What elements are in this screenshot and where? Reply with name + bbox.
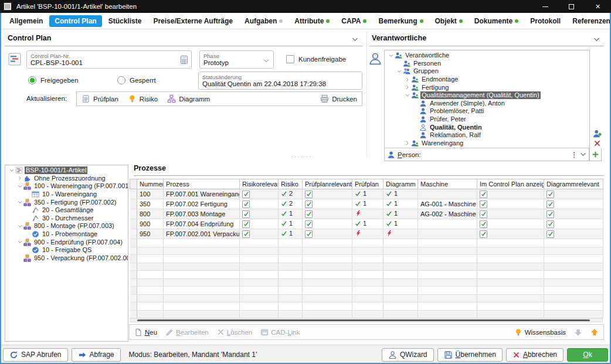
tree-item[interactable]: 30 - Durchmesser	[5, 215, 128, 223]
column-header[interactable]: Maschine	[418, 179, 477, 189]
tree-item[interactable]: Fertigung	[385, 83, 589, 91]
tree-item[interactable]: Reklamation, Ralf	[385, 131, 589, 140]
table-row[interactable]: 100FP.007.001 Wareneingang211	[130, 189, 603, 199]
freigegeben-radio[interactable]	[28, 76, 36, 84]
tab-objekt[interactable]: Objekt	[430, 15, 468, 27]
move-up-button[interactable]	[590, 328, 599, 336]
chevron-down-icon[interactable]	[8, 168, 15, 173]
column-header[interactable]: Im Control Plan anzeigen	[477, 179, 544, 189]
checked-checkbox[interactable]	[242, 200, 250, 208]
tree-item[interactable]: Personen	[385, 60, 589, 68]
column-header[interactable]: Prozess	[164, 179, 240, 189]
table-row[interactable]: 950FP.007.002.001 Verpackung1	[130, 229, 603, 239]
tree-item[interactable]: Anwender (Simple), Anton	[385, 100, 589, 108]
column-header[interactable]: Diagrammrelevant	[544, 179, 603, 189]
person-input[interactable]	[423, 151, 569, 158]
horizontal-splitter[interactable]: ·······	[291, 155, 312, 158]
person-add-button[interactable]	[589, 148, 602, 161]
tree-item[interactable]: 10 - Wareneingang	[5, 190, 128, 199]
tree-item[interactable]: Prüfer, Peter	[385, 115, 589, 124]
row-selector[interactable]	[130, 219, 137, 229]
person-more-icon[interactable]: ⋮	[571, 151, 578, 159]
checked-checkbox[interactable]	[242, 190, 250, 198]
chevron-down-icon[interactable]	[387, 53, 395, 58]
bearbeiten-button[interactable]: Bearbeiten	[165, 328, 209, 336]
move-down-button[interactable]	[574, 328, 582, 336]
checked-checkbox[interactable]	[546, 230, 554, 238]
kundenfreigabe-checkbox[interactable]	[286, 55, 294, 63]
wissensbasis-button[interactable]: Wissensbasis	[514, 328, 566, 336]
tab-bemerkung[interactable]: Bemerkung	[373, 15, 428, 27]
tree-item[interactable]: Endmontage	[385, 76, 589, 84]
checked-checkbox[interactable]	[305, 210, 313, 218]
minimize-button[interactable]	[532, 0, 558, 13]
tree-item[interactable]: 800 - Montage (FP.007.003)	[5, 222, 128, 230]
table-row[interactable]: 900FP.007.004 Endprüfung111	[130, 219, 603, 229]
tab-referenzen[interactable]: Referenzen	[567, 15, 611, 27]
chevron-down-icon[interactable]	[593, 36, 600, 43]
column-header[interactable]: Risikorelevant	[240, 179, 279, 189]
tab-allgemein[interactable]: Allgemein	[4, 15, 48, 27]
maximize-button[interactable]	[558, 0, 585, 13]
tab-protokoll[interactable]: Protokoll	[525, 15, 566, 27]
tree-item[interactable]: Wareneingang	[385, 140, 589, 148]
chevron-down-icon[interactable]	[16, 184, 23, 189]
chevron-down-icon[interactable]	[395, 69, 403, 74]
tree-item[interactable]: 20 - Gesamtlänge	[5, 206, 128, 215]
column-header[interactable]: Prüfplanrelevant	[303, 179, 352, 189]
checked-checkbox[interactable]	[242, 210, 250, 218]
chevron-down-icon[interactable]	[16, 224, 23, 229]
neu-button[interactable]: Neu	[134, 328, 157, 336]
aktualisieren-diagramm-button[interactable]: Diagramm	[167, 94, 210, 103]
checked-checkbox[interactable]	[305, 220, 313, 228]
loeschen-button[interactable]: Löschen	[217, 328, 253, 336]
tree-item[interactable]: 350 - Fertigung (FP.007.002)	[5, 198, 128, 206]
chevron-down-icon[interactable]	[16, 240, 23, 244]
chevron-down-icon[interactable]	[580, 151, 586, 158]
scrollbar-thumb[interactable]	[137, 319, 590, 321]
qwizard-button[interactable]: QWizard	[382, 348, 434, 362]
horizontal-scrollbar[interactable]	[130, 318, 603, 322]
column-header[interactable]: Nummer	[137, 179, 164, 189]
tab-capa[interactable]: CAPA	[336, 15, 372, 27]
checked-checkbox[interactable]	[480, 210, 487, 218]
drucken-button[interactable]: Drucken	[320, 94, 357, 103]
checked-checkbox[interactable]	[546, 210, 554, 218]
checked-checkbox[interactable]	[305, 230, 313, 238]
column-header[interactable]: Risiko	[279, 179, 303, 189]
checked-checkbox[interactable]	[305, 190, 313, 198]
tab-stückliste[interactable]: Stückliste	[103, 15, 147, 27]
aktualisieren-risiko-button[interactable]: Risiko	[128, 94, 158, 103]
cad-link-button[interactable]: CAD-Link	[260, 328, 300, 336]
tree-item[interactable]: 900 - Endprüfung (FP.007.004)	[5, 238, 128, 246]
row-selector[interactable]	[130, 229, 137, 239]
tree-item[interactable]: Verantwortliche	[385, 52, 589, 60]
tab-dokumente[interactable]: Dokumente	[469, 15, 524, 27]
calculator-icon[interactable]	[179, 55, 189, 64]
chevron-down-icon[interactable]	[403, 93, 411, 98]
chevron-right-icon[interactable]	[16, 176, 23, 181]
column-header[interactable]: Prüfplan	[352, 179, 383, 189]
tab-aufgaben[interactable]: Aufgaben	[239, 15, 288, 27]
person-add-icon[interactable]	[593, 129, 602, 138]
table-row[interactable]: 350FP.007.002 Fertigung211AG-001 - Masch…	[130, 199, 603, 209]
tab-preise-externe-aufträge[interactable]: Preise/Externe Aufträge	[148, 15, 238, 27]
checked-checkbox[interactable]	[305, 200, 313, 208]
x-red-icon[interactable]	[593, 140, 601, 147]
tree-item[interactable]: Gruppen	[385, 67, 589, 76]
tree-item[interactable]: 950 - Verpackung (FP.007.002.001)	[5, 254, 128, 263]
tree-item[interactable]: Ohne Prozesszuordnung	[5, 175, 128, 183]
column-header[interactable]: Diagramm	[383, 179, 418, 189]
ok-button[interactable]: Ok	[567, 348, 608, 362]
row-selector[interactable]	[130, 199, 137, 209]
chevron-right-icon[interactable]	[403, 85, 411, 90]
tree-item[interactable]: BSP-10-001/1-Artikel	[5, 166, 128, 175]
chevron-right-icon[interactable]	[403, 141, 411, 145]
tree-item[interactable]: Problemlöser, Patti	[385, 107, 589, 115]
tree-item[interactable]: 10 - Freigabe QS	[5, 246, 128, 254]
tree-item[interactable]: Qualität, Quentin	[385, 123, 589, 131]
close-button[interactable]: ✕	[585, 0, 611, 13]
abfrage-button[interactable]: Abfrage	[72, 348, 121, 362]
phase-select[interactable]: Phase Prototyp	[199, 50, 274, 69]
chevron-down-icon[interactable]	[352, 36, 358, 43]
